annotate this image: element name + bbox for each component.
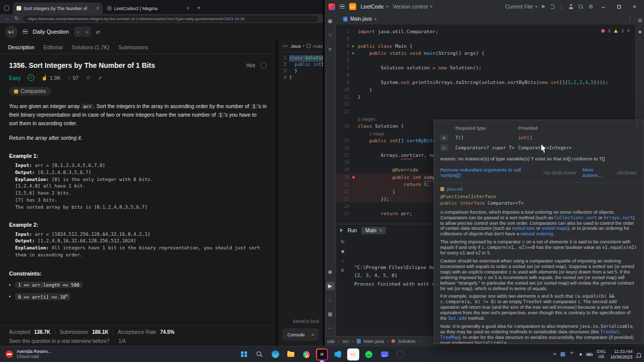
- close-tab-icon[interactable]: ×: [374, 17, 377, 22]
- new-tab-button[interactable]: +: [197, 5, 201, 12]
- gutter-icon[interactable]: [349, 175, 358, 179]
- more-actions-icon[interactable]: [559, 4, 564, 10]
- tab-submissions[interactable]: Submissions: [118, 44, 148, 50]
- run-config-selector[interactable]: Current File: [505, 4, 537, 10]
- close-button[interactable]: ×: [629, 0, 640, 13]
- leetcode-logo[interactable]: [5, 26, 18, 38]
- tab-editorial[interactable]: Editorial: [44, 44, 63, 50]
- problem-list-icon[interactable]: [23, 30, 28, 34]
- daily-question-label[interactable]: Daily Question: [33, 29, 69, 35]
- run-tool-icon[interactable]: ▶: [326, 282, 335, 290]
- close-tab-icon[interactable]: ×: [187, 6, 190, 11]
- file-explorer-icon[interactable]: [285, 348, 297, 360]
- start-button[interactable]: [238, 348, 250, 360]
- popup-more-icon[interactable]: [635, 122, 640, 127]
- debug-tool-icon[interactable]: ◉: [326, 267, 335, 276]
- battery-icon[interactable]: [586, 353, 592, 356]
- profiler-icon[interactable]: [550, 5, 554, 9]
- console-bar[interactable]: Console: [282, 328, 319, 341]
- chrome-icon[interactable]: [300, 348, 312, 360]
- edge-icon[interactable]: [269, 348, 281, 360]
- breadcrumb-item[interactable]: Solution: [398, 338, 415, 344]
- services-tool-icon[interactable]: ▦: [326, 310, 335, 318]
- like-button[interactable]: 1.9K: [41, 75, 60, 81]
- code-line[interactable]: 3 }: [278, 68, 323, 75]
- companies-tag[interactable]: Companies: [9, 87, 51, 96]
- volume-icon[interactable]: [579, 353, 582, 356]
- breadcrumb-item[interactable]: Main.java: [364, 338, 384, 344]
- close-tab-icon[interactable]: ×: [379, 228, 382, 233]
- rerun-icon[interactable]: ↻: [341, 239, 345, 244]
- language-indicator[interactable]: ENG US: [597, 349, 606, 359]
- hint-icon[interactable]: [260, 62, 267, 69]
- vscode-icon[interactable]: [332, 348, 344, 360]
- vcs-selector[interactable]: Version control: [393, 4, 432, 10]
- package-icon: [440, 187, 444, 191]
- address-bar[interactable]: https://leetcode.com/problems/sort-integ…: [23, 16, 318, 22]
- terminal-tool-icon[interactable]: >_: [326, 296, 335, 304]
- network-icon[interactable]: [570, 352, 575, 357]
- ai-assistant-icon[interactable]: ◆: [638, 29, 642, 34]
- quick-fix-link[interactable]: Remove redundant arguments to call 'sort…: [440, 167, 540, 178]
- more-tools-icon[interactable]: ⋯: [326, 324, 335, 332]
- notifications-icon[interactable]: ▤: [638, 18, 642, 23]
- structure-tool-icon[interactable]: ≡: [326, 45, 335, 53]
- project-tool-icon[interactable]: ▣: [326, 17, 335, 25]
- spotify-icon[interactable]: [363, 348, 375, 360]
- favorite-star-icon[interactable]: [86, 74, 91, 81]
- dislike-button[interactable]: 97: [67, 75, 78, 81]
- gutter-icon[interactable]: [349, 51, 358, 55]
- back-icon[interactable]: ←: [5, 16, 10, 21]
- main-menu-icon[interactable]: [340, 5, 345, 9]
- package-name[interactable]: java.util: [447, 187, 463, 192]
- next-problem-button[interactable]: ›: [83, 27, 91, 37]
- project-selector[interactable]: LeetCode: [361, 4, 388, 10]
- search-everywhere-icon[interactable]: [578, 4, 584, 10]
- breadcrumb-item[interactable]: ode: [327, 338, 335, 344]
- shuffle-icon[interactable]: ⇄: [96, 29, 100, 35]
- code-line[interactable]: 1 class Solution {: [278, 55, 323, 62]
- code-text: }: [358, 94, 361, 100]
- seen-question-label[interactable]: Seen this question in a real interview b…: [9, 338, 110, 344]
- obs-icon[interactable]: [394, 348, 406, 360]
- settings-gear-icon[interactable]: [588, 4, 593, 10]
- notifications-bell-icon[interactable]: [637, 353, 641, 357]
- tab-description[interactable]: Description: [8, 44, 35, 50]
- clear-console-icon[interactable]: ≡: [341, 267, 344, 273]
- share-icon[interactable]: [98, 75, 102, 81]
- inspections-widget[interactable]: 1 1: [601, 28, 629, 33]
- browser-tab-magma[interactable]: LeetCodev2 | Magma ×: [104, 3, 193, 14]
- refresh-icon[interactable]: ↻: [15, 16, 19, 21]
- discord-icon[interactable]: [378, 348, 390, 360]
- language-selector[interactable]: Java: [291, 43, 301, 49]
- tab-options-icon[interactable]: [627, 16, 632, 22]
- tray-app-icon[interactable]: [560, 352, 565, 356]
- search-button[interactable]: [254, 348, 266, 360]
- hint-label[interactable]: Hint: [246, 63, 255, 68]
- code-line[interactable]: 4 }: [278, 75, 323, 81]
- breadcrumb-item[interactable]: src: [343, 338, 349, 344]
- intellij-icon[interactable]: IJ: [316, 348, 328, 360]
- widgets-button[interactable]: Avenida Reserv... Closed road: [1, 346, 56, 362]
- clock[interactable]: 11:33 AM 10/30/2023: [610, 349, 632, 359]
- run-button[interactable]: [542, 5, 545, 9]
- auto-toggle[interactable]: Auto: [306, 43, 323, 49]
- code-with-me-icon[interactable]: [569, 4, 574, 9]
- stop-icon[interactable]: ■: [341, 248, 344, 254]
- scroll-to-end-icon[interactable]: ↓: [342, 258, 344, 263]
- browser-tab-leetcode[interactable]: Sort Integers by The Number of ×: [13, 3, 103, 14]
- tab-solutions[interactable]: Solutions (1.7K): [71, 44, 109, 50]
- code-line[interactable]: 2 public int[] sortByBits(: [278, 62, 323, 68]
- hidden-icons-chevron[interactable]: [553, 353, 556, 356]
- leetcode-app-icon[interactable]: LC: [347, 348, 359, 360]
- prev-problem-button[interactable]: ‹: [74, 27, 83, 37]
- more-actions-link[interactable]: More actions...: [582, 167, 613, 178]
- close-tab-icon[interactable]: ×: [96, 6, 99, 11]
- run-tab-main[interactable]: Main ×: [361, 227, 386, 234]
- commit-tool-icon[interactable]: ○: [326, 31, 335, 39]
- minimize-button[interactable]: –: [598, 0, 609, 13]
- tab-main-java[interactable]: Main.java ×: [339, 13, 381, 25]
- maximize-button[interactable]: [613, 0, 624, 13]
- workspaces-icon[interactable]: [4, 6, 9, 11]
- gutter-icon[interactable]: [349, 44, 358, 48]
